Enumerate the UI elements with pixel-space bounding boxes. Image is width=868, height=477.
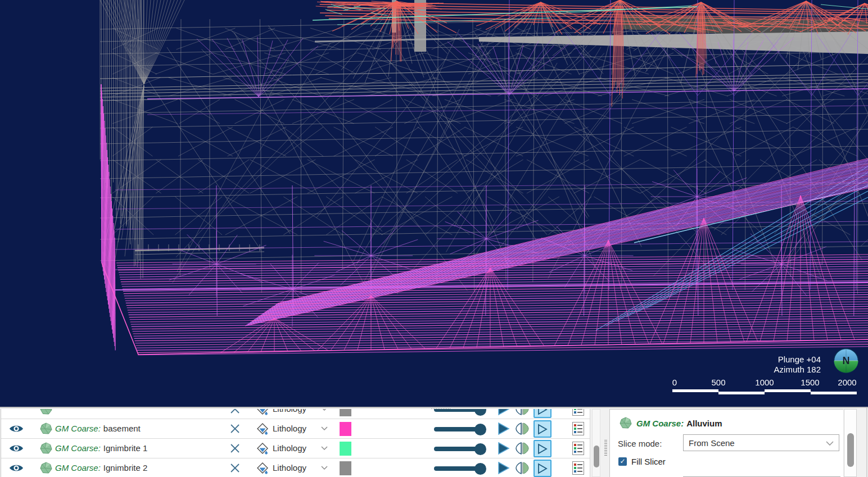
- lithology-bucket-icon[interactable]: [256, 462, 269, 474]
- legend-icon[interactable]: [572, 422, 584, 435]
- scale-tick: 1500: [801, 378, 819, 387]
- render-filled-triangle-button[interactable]: [497, 442, 510, 455]
- layer-name-label: Ignimbrite 1: [103, 443, 147, 453]
- shape-list: Lithology: [1, 409, 590, 477]
- lithology-bucket-icon[interactable]: [256, 442, 269, 455]
- properties-panel: GM Coarse: Alluvium Slice mode: From Sce…: [609, 409, 843, 477]
- scale-segment: [718, 392, 765, 394]
- azimuth-label: Azimuth 182: [774, 365, 821, 375]
- fill-slicer-label: Fill Slicer: [631, 457, 666, 466]
- opacity-slider[interactable]: [434, 409, 492, 415]
- outline-toggle-button-active[interactable]: [534, 409, 551, 418]
- outlined-triangle-icon: [537, 409, 548, 415]
- color-swatch[interactable]: [340, 461, 351, 475]
- scale-segment: [672, 389, 718, 392]
- compass-ball[interactable]: N: [833, 348, 859, 374]
- slice-mode-label: Slice mode:: [618, 439, 662, 448]
- outlined-triangle-icon: [537, 443, 548, 455]
- layer-name-label: basement: [103, 424, 141, 433]
- compass-north-letter: N: [843, 355, 850, 366]
- mesh-icon: [620, 417, 632, 429]
- display-mode-label[interactable]: Lithology: [273, 443, 306, 453]
- 3d-scene-canvas[interactable]: [0, 0, 868, 407]
- fill-slicer-checkbox[interactable]: [618, 457, 627, 466]
- shape-list-scrollbar[interactable]: [592, 409, 600, 477]
- legend-icon[interactable]: [572, 409, 584, 416]
- remove-from-scene-icon[interactable]: [230, 409, 240, 414]
- opacity-slider[interactable]: [434, 443, 492, 455]
- legend-icon[interactable]: [572, 442, 584, 455]
- panel-divider: [590, 409, 590, 477]
- layer-row: GM Coarse:basement Lithology: [1, 419, 590, 439]
- lithology-bucket-icon[interactable]: [256, 409, 269, 415]
- render-filled-triangle-button[interactable]: [497, 461, 510, 475]
- properties-header: GM Coarse: Alluvium: [620, 416, 722, 430]
- scale-tick: 1000: [755, 378, 774, 387]
- scale-segment: [765, 389, 811, 392]
- flat-shade-icon[interactable]: [515, 409, 530, 416]
- display-mode-label[interactable]: Lithology: [273, 463, 306, 473]
- scale-tick: 500: [711, 378, 725, 387]
- layer-row: Lithology: [1, 409, 590, 419]
- visibility-eye-icon[interactable]: [9, 444, 24, 453]
- scale-tick: 0: [672, 378, 677, 387]
- layer-model-label: GM Coarse:: [55, 424, 101, 433]
- layer-model-label: GM Coarse:: [55, 443, 101, 453]
- scale-tick: 2000: [838, 378, 856, 387]
- chevron-down-icon[interactable]: [321, 426, 328, 431]
- mesh-icon: [40, 442, 52, 455]
- lithology-bucket-icon[interactable]: [256, 423, 269, 435]
- layer-row: GM Coarse:Ignimbrite 1 Lithology: [1, 439, 590, 458]
- orientation-readout: Plunge +04 Azimuth 182: [774, 355, 821, 375]
- opacity-slider[interactable]: [434, 424, 492, 435]
- scrollbar-thumb[interactable]: [594, 446, 599, 467]
- visibility-eye-icon[interactable]: [9, 424, 24, 433]
- color-swatch[interactable]: [340, 409, 351, 416]
- properties-title-model: GM Coarse:: [636, 419, 684, 428]
- properties-scrollbar[interactable]: [844, 409, 857, 477]
- mesh-icon: [40, 462, 52, 474]
- bottom-dock: Lithology: [0, 407, 868, 477]
- opacity-slider[interactable]: [434, 463, 492, 474]
- render-filled-triangle-button[interactable]: [497, 409, 510, 416]
- plunge-label: Plunge +04: [774, 355, 821, 365]
- scale-segment: [811, 392, 857, 394]
- scrollbar-thumb[interactable]: [847, 433, 854, 467]
- mesh-icon: [40, 423, 52, 435]
- layer-row: GM Coarse:Ignimbrite 2 Lithology: [1, 458, 590, 477]
- outline-toggle-button-active[interactable]: [534, 420, 551, 438]
- flat-shade-icon[interactable]: [515, 422, 530, 435]
- vertical-splitter-handle[interactable]: [604, 439, 607, 456]
- slider-knob[interactable]: [474, 409, 486, 416]
- flat-shade-icon[interactable]: [515, 461, 530, 475]
- slider-knob[interactable]: [474, 443, 486, 455]
- layer-name-label: Ignimbrite 2: [103, 463, 147, 473]
- chevron-down-icon[interactable]: [321, 466, 328, 470]
- scale-bar: 0 500 1000 1500 2000: [668, 378, 859, 396]
- remove-from-scene-icon[interactable]: [230, 424, 240, 434]
- chevron-down-icon[interactable]: [321, 409, 328, 411]
- display-mode-label[interactable]: Lithology: [273, 424, 306, 433]
- outlined-triangle-icon: [537, 424, 548, 435]
- outline-toggle-button-active[interactable]: [534, 460, 551, 477]
- slider-knob[interactable]: [474, 424, 486, 435]
- slice-mode-value: From Scene: [689, 438, 735, 448]
- properties-title-name: Alluvium: [686, 419, 722, 428]
- mesh-icon: [40, 409, 52, 415]
- outline-toggle-button-active[interactable]: [534, 440, 551, 457]
- 3d-viewport[interactable]: Plunge +04 Azimuth 182 N 0 500 1000 1500…: [0, 0, 868, 407]
- slice-mode-dropdown[interactable]: From Scene: [683, 434, 839, 451]
- legend-icon[interactable]: [572, 461, 584, 475]
- flat-shade-icon[interactable]: [515, 442, 530, 455]
- visibility-eye-icon[interactable]: [9, 464, 24, 473]
- color-swatch[interactable]: [340, 442, 351, 456]
- chevron-down-icon[interactable]: [321, 446, 328, 451]
- slider-knob[interactable]: [474, 463, 486, 475]
- remove-from-scene-icon[interactable]: [230, 463, 240, 473]
- display-mode-label[interactable]: Lithology: [273, 409, 306, 414]
- render-filled-triangle-button[interactable]: [497, 422, 510, 435]
- remove-from-scene-icon[interactable]: [230, 443, 240, 453]
- outlined-triangle-icon: [537, 463, 548, 474]
- chevron-down-icon: [826, 441, 834, 446]
- color-swatch[interactable]: [340, 422, 351, 436]
